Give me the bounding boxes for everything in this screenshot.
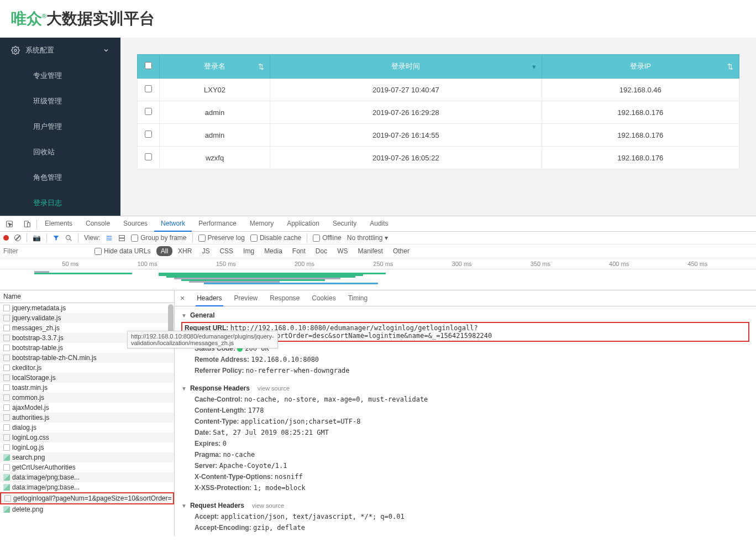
file-icon (3, 394, 10, 401)
device-toggle-icon[interactable] (19, 217, 35, 231)
name-column-header[interactable]: Name (0, 290, 174, 303)
record-button[interactable] (3, 235, 9, 241)
large-view-icon[interactable] (118, 235, 125, 242)
request-item[interactable]: ckeditor.js (0, 363, 174, 373)
sidebar-item[interactable]: 用户管理 (0, 114, 120, 139)
sidebar-item[interactable]: 班级管理 (0, 88, 120, 114)
request-item[interactable]: localStorage.js (0, 373, 174, 383)
request-item[interactable]: getCrtUserAuthorities (0, 462, 174, 472)
detail-tab-cookies[interactable]: Cookies (311, 291, 337, 306)
sidebar-item[interactable]: 登录日志 (0, 190, 120, 216)
file-name: dialog.js (12, 424, 36, 431)
detail-tab-response[interactable]: Response (269, 291, 301, 306)
filter-icon[interactable] (53, 235, 60, 242)
main-content: 登录名⇅ 登录时间▾ 登录IP⇅ LXY02 2019-07-27 10:40:… (120, 38, 756, 216)
filter-type-media[interactable]: Media (260, 246, 287, 256)
devtools-tab-console[interactable]: Console (79, 216, 117, 231)
filter-type-doc[interactable]: Doc (311, 246, 332, 256)
detail-tab-preview[interactable]: Preview (233, 291, 259, 306)
devtools-tab-performance[interactable]: Performance (192, 216, 243, 231)
filter-input[interactable] (3, 247, 89, 255)
col-login-ip[interactable]: 登录IP⇅ (542, 55, 739, 79)
view-source-link[interactable]: view source (252, 502, 284, 509)
group-by-frame-checkbox[interactable]: Group by frame (131, 234, 186, 242)
inspect-icon[interactable] (1, 217, 18, 231)
filter-type-other[interactable]: Other (389, 246, 414, 256)
preserve-log-checkbox[interactable]: Preserve log (198, 234, 245, 242)
devtools-tab-audits[interactable]: Audits (363, 216, 395, 231)
request-item[interactable]: authorities.js (0, 413, 174, 423)
request-item[interactable]: jquery.validate.js (0, 313, 174, 323)
col-login-time[interactable]: 登录时间▾ (270, 55, 542, 79)
hide-data-urls-checkbox[interactable]: Hide data URLs (95, 247, 151, 255)
request-item[interactable]: common.js (0, 393, 174, 403)
network-timeline[interactable]: 50 ms100 ms150 ms200 ms250 ms300 ms350 m… (0, 258, 756, 290)
disable-cache-checkbox[interactable]: Disable cache (250, 234, 301, 242)
row-checkbox[interactable] (145, 85, 152, 92)
request-item[interactable]: toastr.min.js (0, 383, 174, 393)
general-section[interactable]: ▼General (175, 310, 756, 321)
file-name: jquery.validate.js (12, 314, 61, 322)
sidebar-item[interactable]: 回收站 (0, 139, 120, 165)
search-icon[interactable] (65, 235, 72, 242)
file-icon (3, 444, 10, 451)
camera-icon[interactable]: 📷 (33, 234, 41, 242)
close-details-button[interactable]: × (178, 290, 187, 306)
request-item[interactable]: dialog.js (0, 423, 174, 433)
row-checkbox[interactable] (145, 108, 152, 115)
header-row: Expires: 0 (175, 438, 756, 449)
request-item[interactable]: loginLog.js (0, 442, 174, 452)
clear-button[interactable] (14, 235, 21, 241)
request-item[interactable]: jquery.metadata.js (0, 303, 174, 313)
header-row: Content-Type: application/json;charset=U… (175, 416, 756, 427)
devtools-tab-network[interactable]: Network (154, 216, 192, 232)
sidebar-item[interactable]: 专业管理 (0, 63, 120, 88)
file-icon (3, 345, 10, 351)
filter-type-img[interactable]: Img (239, 246, 259, 256)
row-checkbox[interactable] (145, 153, 152, 160)
cell-ip: 192.168.0.46 (542, 79, 739, 101)
detail-tab-timing[interactable]: Timing (347, 291, 369, 306)
list-view-icon[interactable] (106, 235, 113, 242)
request-item[interactable]: ajaxModel.js (0, 403, 174, 413)
throttling-select[interactable]: No throttling ▾ (347, 234, 388, 242)
offline-checkbox[interactable]: Offline (313, 234, 341, 242)
view-source-link[interactable]: view source (258, 385, 290, 392)
file-icon (3, 325, 10, 331)
header-row: Referrer Policy: no-referrer-when-downgr… (175, 365, 756, 376)
response-headers-section[interactable]: ▼Response Headersview source (175, 383, 756, 394)
devtools-tab-sources[interactable]: Sources (117, 216, 154, 231)
request-item[interactable]: data:image/png;base... (0, 482, 174, 492)
table-row: wzxfq 2019-07-26 16:05:22 192.168.0.176 (138, 147, 739, 169)
table-row: LXY02 2019-07-27 10:40:47 192.168.0.46 (138, 79, 739, 101)
file-name: delete.png (12, 506, 43, 513)
devtools-tab-memory[interactable]: Memory (243, 216, 280, 231)
row-checkbox[interactable] (145, 131, 152, 138)
request-item[interactable]: data:image/png;base... (0, 472, 174, 482)
file-name: toastr.min.js (12, 384, 48, 392)
devtools-tab-elements[interactable]: Elements (38, 216, 79, 231)
request-item[interactable]: getloginlogall?pageNum=1&pageSize=10&sor… (0, 492, 174, 504)
file-icon (3, 454, 10, 461)
filter-type-xhr[interactable]: XHR (174, 246, 196, 256)
devtools-tab-security[interactable]: Security (326, 216, 363, 231)
sidebar-section-system[interactable]: 系统配置 (0, 38, 120, 63)
request-item[interactable]: bootstrap-table-zh-CN.min.js (0, 353, 174, 363)
request-item[interactable]: delete.png (0, 504, 174, 514)
select-all-checkbox[interactable] (145, 62, 152, 69)
filter-type-ws[interactable]: WS (333, 246, 352, 256)
detail-tab-headers[interactable]: Headers (196, 291, 223, 306)
file-icon (3, 305, 10, 311)
filter-type-css[interactable]: CSS (215, 246, 238, 256)
filter-type-js[interactable]: JS (197, 246, 214, 256)
request-item[interactable]: search.png (0, 452, 174, 462)
filter-type-manifest[interactable]: Manifest (354, 246, 387, 256)
col-login-name[interactable]: 登录名⇅ (160, 55, 270, 79)
header-row: Pragma: no-cache (175, 449, 756, 460)
filter-type-font[interactable]: Font (288, 246, 310, 256)
request-item[interactable]: loginLog.css (0, 433, 174, 442)
devtools-tab-application[interactable]: Application (280, 216, 326, 231)
sidebar-item[interactable]: 角色管理 (0, 165, 120, 190)
filter-type-all[interactable]: All (156, 246, 172, 256)
request-headers-section[interactable]: ▼Request Headersview source (175, 500, 756, 511)
